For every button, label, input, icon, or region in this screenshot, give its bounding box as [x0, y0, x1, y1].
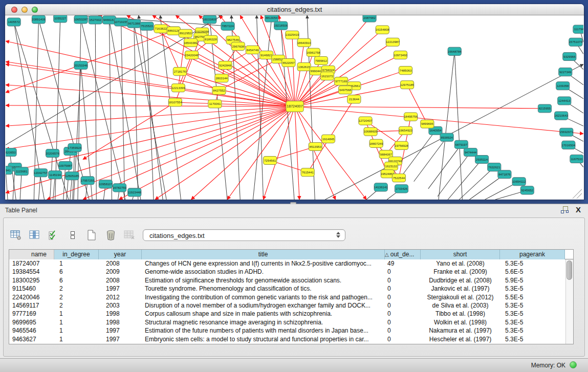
cell-year[interactable]: 2009: [99, 268, 142, 276]
float-panel-icon[interactable]: [561, 206, 569, 213]
cell-short[interactable]: Stergiakouli et al. (2012): [421, 293, 500, 301]
cell-title[interactable]: Corpus callosum shape and size in male p…: [142, 310, 385, 318]
cell-title[interactable]: Estimation of the future numbers of pati…: [142, 326, 385, 335]
column-header-year[interactable]: year: [99, 250, 142, 259]
cell-pagerank[interactable]: 5.3E-5: [500, 310, 565, 318]
column-header-name[interactable]: name: [9, 250, 54, 259]
cell-pagerank[interactable]: 5.6E-5: [500, 268, 565, 276]
cell-short[interactable]: Yano et al. (2008): [421, 259, 500, 268]
network-canvas[interactable]: 1405572208914061055227106532871527002946…: [6, 15, 583, 200]
cell-name[interactable]: 9115460: [9, 285, 54, 293]
cell-name[interactable]: 18300295: [9, 276, 54, 285]
cell-year[interactable]: 1998: [99, 310, 142, 318]
cell-year[interactable]: 1997: [99, 335, 142, 343]
cell-year[interactable]: 2008: [99, 259, 142, 268]
cell-in_degree[interactable]: 2: [54, 301, 99, 310]
table-row[interactable]: 1938455462009Genome-wide association stu…: [9, 268, 565, 276]
table-row[interactable]: 1830029562008Estimation of significance …: [9, 276, 565, 285]
cell-name[interactable]: 14569117: [9, 301, 54, 310]
cell-title[interactable]: Estimation of significance thresholds fo…: [142, 276, 385, 285]
cell-short[interactable]: Tibbo et al. (1998): [421, 310, 500, 318]
table-row[interactable]: 969969511998Structural magnetic resonanc…: [9, 318, 565, 326]
cell-title[interactable]: Genome-wide association studies in ADHD.: [142, 268, 385, 276]
cell-short[interactable]: Franke et al. (2009): [421, 268, 500, 276]
cell-year[interactable]: 2003: [99, 301, 142, 310]
cell-pagerank[interactable]: 5.5E-5: [500, 293, 565, 301]
cell-in_degree[interactable]: 1: [54, 310, 99, 318]
table-row[interactable]: 1872400712008Changes of HCN gene express…: [9, 259, 565, 268]
cell-name[interactable]: 18724007: [9, 259, 54, 268]
cell-title[interactable]: Embryonic stem cells: a model to study s…: [142, 335, 385, 343]
new-column-icon[interactable]: [85, 229, 98, 241]
select-columns-icon[interactable]: [48, 229, 60, 241]
cell-out_degree[interactable]: 0: [385, 326, 421, 335]
close-panel-icon[interactable]: X: [576, 206, 581, 214]
cell-pagerank[interactable]: 5.3E-5: [500, 335, 565, 343]
column-header-title[interactable]: title: [142, 250, 385, 259]
cell-out_degree[interactable]: 0: [385, 318, 421, 326]
cell-year[interactable]: 1998: [99, 318, 142, 326]
cell-pagerank[interactable]: 5.3E-5: [500, 326, 565, 335]
cell-in_degree[interactable]: 1: [54, 259, 99, 268]
delete-table-icon[interactable]: [123, 229, 136, 241]
cell-short[interactable]: Hescheler et al. (1997): [421, 335, 500, 343]
cell-name[interactable]: 9699695: [9, 318, 54, 326]
table-row[interactable]: 946362711997Embryonic stem cells: a mode…: [9, 335, 565, 343]
cell-in_degree[interactable]: 1: [54, 318, 99, 326]
cell-out_degree[interactable]: 0: [385, 335, 421, 343]
table-row[interactable]: 977716911998Corpus callosum shape and si…: [9, 310, 565, 318]
cell-short[interactable]: de Silva et al. (2003): [421, 301, 500, 310]
cell-out_degree[interactable]: 0: [385, 276, 421, 285]
network-window-titlebar[interactable]: citations_edges.txt: [5, 4, 584, 15]
cell-pagerank[interactable]: 5.3E-5: [500, 285, 565, 293]
cell-name[interactable]: 9465546: [9, 326, 54, 335]
cell-pagerank[interactable]: 5.3E-5: [500, 318, 565, 326]
memory-status-indicator[interactable]: [570, 361, 577, 368]
vertical-scrollbar[interactable]: [565, 259, 573, 344]
cell-year[interactable]: 1997: [99, 326, 142, 335]
cell-in_degree[interactable]: 6: [54, 268, 99, 276]
cell-title[interactable]: Tourette syndrome. Phenomenology and cla…: [142, 285, 385, 293]
cell-in_degree[interactable]: 1: [54, 335, 99, 343]
table-row[interactable]: 911546021997Tourette syndrome. Phenomeno…: [9, 285, 565, 293]
scrollbar-thumb[interactable]: [567, 260, 572, 280]
cell-title[interactable]: Changes of HCN gene expression and I(f) …: [142, 259, 385, 268]
table-selector-dropdown[interactable]: citations_edges.txt: [143, 229, 345, 241]
cell-year[interactable]: 2008: [99, 276, 142, 285]
table-row[interactable]: 2242004622012Investigating the contribut…: [9, 293, 565, 301]
cell-out_degree[interactable]: 0: [385, 285, 421, 293]
cell-name[interactable]: 9463627: [9, 335, 54, 343]
cell-title[interactable]: Disruption of a novel member of a sodium…: [142, 301, 385, 310]
cell-year[interactable]: 2012: [99, 293, 142, 301]
cell-out_degree[interactable]: 0: [385, 301, 421, 310]
cell-in_degree[interactable]: 1: [54, 326, 99, 335]
cell-pagerank[interactable]: 5.9E-5: [500, 276, 565, 285]
column-header-pagerank[interactable]: pagerank: [500, 250, 565, 259]
table-row[interactable]: 1456911722003Disruption of a novel membe…: [9, 301, 565, 310]
cell-out_degree[interactable]: 0: [385, 310, 421, 318]
cell-in_degree[interactable]: 2: [54, 285, 99, 293]
cell-short[interactable]: Nakamura et al. (1997): [421, 326, 500, 335]
cell-in_degree[interactable]: 2: [54, 293, 99, 301]
row-height-icon[interactable]: [67, 229, 79, 241]
cell-out_degree[interactable]: 0: [385, 293, 421, 301]
cell-short[interactable]: Jankovic et al. (1997): [421, 285, 500, 293]
cell-short[interactable]: Wolkin et al. (1998): [421, 318, 500, 326]
cell-out_degree[interactable]: 49: [385, 259, 421, 268]
cell-name[interactable]: 9777169: [9, 310, 54, 318]
show-columns-icon[interactable]: [29, 229, 41, 241]
column-header-out_degree[interactable]: △out_de...: [385, 250, 421, 259]
column-header-in_degree[interactable]: in_degree: [54, 250, 99, 259]
cell-name[interactable]: 19384554: [9, 268, 54, 276]
cell-title[interactable]: Investigating the contribution of common…: [142, 293, 385, 301]
table-row[interactable]: 946554611997Estimation of the future num…: [9, 326, 565, 335]
delete-column-icon[interactable]: [104, 229, 117, 241]
cell-pagerank[interactable]: 5.3E-5: [500, 301, 565, 310]
cell-pagerank[interactable]: 5.3E-5: [500, 259, 565, 268]
cell-in_degree[interactable]: 6: [54, 276, 99, 285]
cell-year[interactable]: 1997: [99, 285, 142, 293]
column-header-short[interactable]: short: [421, 250, 500, 259]
cell-out_degree[interactable]: 0: [385, 268, 421, 276]
cell-name[interactable]: 22420046: [9, 293, 54, 301]
cell-title[interactable]: Structural magnetic resonance image aver…: [142, 318, 385, 326]
